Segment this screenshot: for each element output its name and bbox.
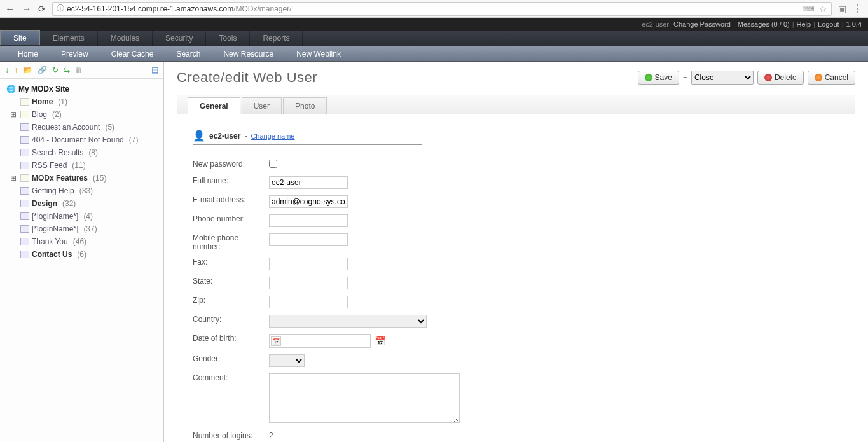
- forward-icon[interactable]: →: [22, 3, 32, 15]
- label-dob: Date of birth:: [193, 331, 269, 351]
- messages-link[interactable]: Messages (0 / 0): [738, 20, 790, 28]
- nav-security[interactable]: Security: [153, 31, 206, 46]
- tree-item[interactable]: Home(1): [3, 95, 161, 108]
- delete-button[interactable]: Delete: [757, 71, 804, 85]
- url-bar[interactable]: ⓘ ec2-54-161-201-154.compute-1.amazonaws…: [52, 2, 832, 16]
- delete-icon: [764, 74, 772, 81]
- link-icon[interactable]: 🔗: [38, 66, 47, 74]
- logout-link[interactable]: Logout: [818, 20, 839, 28]
- hide-tree-icon[interactable]: ▤: [151, 66, 158, 74]
- new-doc-icon[interactable]: 📂: [23, 66, 32, 74]
- tab-user[interactable]: User: [242, 97, 282, 114]
- tree-item[interactable]: Design(32): [3, 197, 161, 210]
- tree-item[interactable]: [*loginName*](37): [3, 223, 161, 235]
- nav-elements[interactable]: Elements: [40, 31, 98, 46]
- tree-item[interactable]: 404 - Document Not Found(7): [3, 134, 161, 146]
- gender-select[interactable]: [269, 354, 305, 367]
- cancel-button[interactable]: Cancel: [808, 71, 855, 85]
- menu-icon[interactable]: ⋮: [853, 3, 863, 15]
- doc-icon: [20, 212, 29, 220]
- nav-reports[interactable]: Reports: [250, 31, 303, 46]
- fax-input[interactable]: [269, 258, 348, 270]
- tree-item[interactable]: Getting Help(33): [3, 184, 161, 197]
- tree-count: (5): [102, 122, 114, 132]
- change-password-link[interactable]: Change Password: [673, 20, 731, 28]
- plus-icon: +: [683, 73, 687, 82]
- expand-all-icon[interactable]: ↓: [5, 66, 9, 74]
- state-input[interactable]: [269, 277, 348, 289]
- label-state: State:: [193, 273, 269, 293]
- username-label: ec2-user: [209, 132, 240, 141]
- tree-item[interactable]: Request an Account(5): [3, 121, 161, 134]
- tab-photo[interactable]: Photo: [283, 97, 327, 114]
- expand-icon[interactable]: ⊞: [10, 173, 18, 183]
- calendar-icon[interactable]: 📅: [375, 336, 385, 346]
- subnav-preview[interactable]: Preview: [50, 46, 100, 62]
- tree-label: RSS Feed: [32, 160, 67, 170]
- label-phone: Phone number:: [193, 211, 269, 230]
- nav-modules[interactable]: Modules: [98, 31, 153, 46]
- tree-label: Home: [32, 97, 53, 107]
- newpw-checkbox[interactable]: [269, 160, 277, 168]
- tree-item[interactable]: Search Results(8): [3, 146, 161, 159]
- tree-label: Blog: [32, 109, 47, 120]
- label-country: Country:: [193, 312, 269, 331]
- panel: General User Photo 👤 ec2-user - Change n…: [177, 95, 855, 442]
- tree-count: (4): [81, 211, 93, 221]
- reload-icon[interactable]: ⟳: [38, 4, 46, 14]
- star-icon[interactable]: ☆: [819, 4, 827, 14]
- tree-label: Getting Help: [32, 186, 74, 196]
- doc-icon: [20, 200, 29, 207]
- tree-label: Design: [32, 198, 57, 209]
- email-input[interactable]: [269, 195, 348, 208]
- expand-icon[interactable]: ⊞: [10, 109, 18, 120]
- subnav-newweblink[interactable]: New Weblink: [285, 46, 352, 62]
- extension-icon[interactable]: ▣: [838, 4, 846, 14]
- tab-general[interactable]: General: [188, 97, 240, 114]
- doc-icon: [20, 225, 29, 233]
- sort-icon[interactable]: ⇆: [64, 66, 70, 74]
- nav-tools[interactable]: Tools: [206, 31, 250, 46]
- tree-label: Request an Account: [32, 122, 100, 132]
- refresh-icon[interactable]: ↻: [52, 66, 59, 74]
- subnav-clearcache[interactable]: Clear Cache: [100, 46, 165, 62]
- tree-item[interactable]: Thank You(46): [3, 235, 161, 248]
- topbar: ec2-user: Change Password | Messages (0 …: [0, 18, 868, 31]
- tree-item[interactable]: [*loginName*](4): [3, 210, 161, 223]
- tree-item[interactable]: Contact Us(6): [3, 248, 161, 261]
- trash-icon[interactable]: 🗑: [75, 66, 83, 74]
- save-button[interactable]: Save: [638, 71, 679, 85]
- version-label: 1.0.4: [846, 20, 862, 28]
- user-header: 👤 ec2-user - Change name: [193, 130, 422, 145]
- fullname-input[interactable]: [269, 176, 348, 189]
- tree-item[interactable]: ⊞Blog(2): [3, 108, 161, 121]
- tree-count: (6): [74, 249, 86, 259]
- tree-label: [*loginName*]: [32, 224, 78, 234]
- nav-site[interactable]: Site: [0, 30, 40, 45]
- close-select[interactable]: Close: [691, 71, 754, 85]
- dob-input[interactable]: 📅: [269, 334, 371, 348]
- doc-icon: [20, 187, 29, 195]
- tree-label: Contact Us: [32, 249, 72, 259]
- tree-root[interactable]: 🌐 My MODx Site: [3, 83, 161, 95]
- zip-input[interactable]: [269, 296, 348, 308]
- change-name-link[interactable]: Change name: [251, 132, 294, 140]
- mobile-input[interactable]: [269, 233, 348, 246]
- keyboard-icon[interactable]: ⌨: [803, 4, 814, 13]
- country-select[interactable]: [269, 315, 427, 328]
- phone-input[interactable]: [269, 214, 348, 227]
- main-nav: Site Elements Modules Security Tools Rep…: [0, 31, 868, 46]
- tree-item[interactable]: RSS Feed(11): [3, 159, 161, 172]
- back-icon[interactable]: ←: [5, 3, 15, 15]
- page-header: Create/edit Web User Save + Close Delete…: [177, 69, 855, 86]
- subnav-newresource[interactable]: New Resource: [212, 46, 285, 62]
- tree-item[interactable]: ⊞MODx Features(15): [3, 172, 161, 184]
- doc-icon: [20, 123, 29, 131]
- collapse-all-icon[interactable]: ↑: [14, 66, 18, 74]
- tree-count: (33): [77, 186, 93, 196]
- subnav-home[interactable]: Home: [6, 46, 50, 62]
- help-link[interactable]: Help: [797, 20, 811, 28]
- subnav-search[interactable]: Search: [165, 46, 212, 62]
- comment-textarea[interactable]: [269, 373, 460, 423]
- calendar-small-icon: 📅: [271, 336, 281, 346]
